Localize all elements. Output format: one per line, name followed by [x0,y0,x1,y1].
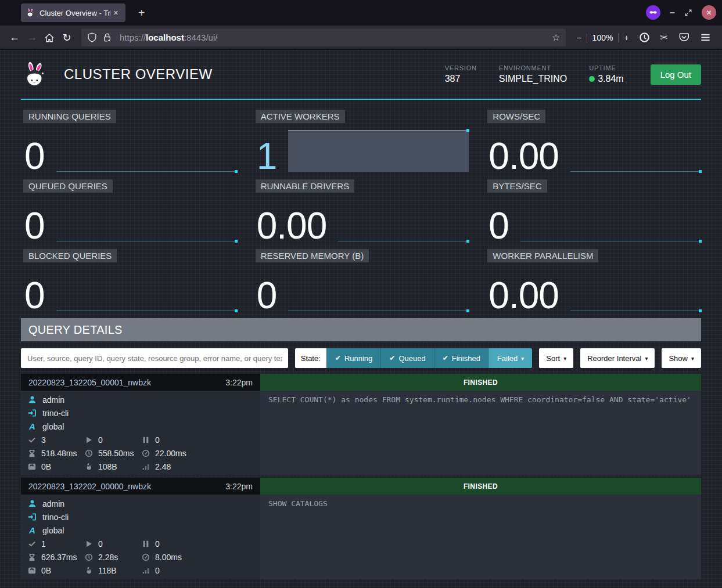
window-minimize-button[interactable]: – [670,8,675,18]
resource-group-icon: A [28,421,37,431]
sparkline [570,130,701,172]
url-scheme: https:// [120,33,146,42]
sparkline [56,130,237,172]
stat-label: ROWS/SEC [487,110,545,123]
back-button[interactable]: ← [6,31,23,44]
url-host: localhost [146,33,184,42]
sparkline [338,200,469,241]
logout-button[interactable]: Log Out [651,64,701,85]
zoom-out-button[interactable]: − [576,33,581,42]
filter-finished-button[interactable]: ✔Finished [434,348,488,368]
query-stats: 1 0 0 626.37ms 2.28s 8.00ms 0B 118B 0 [28,537,253,577]
query-state-badge: FINISHED [260,478,701,495]
query-id-bar: 20220823_132205_00001_nwbzk 3:22pm [21,374,260,391]
stat-label: BYTES/SEC [487,179,547,193]
window-close-button[interactable]: ✕ [702,5,716,20]
sparkline-dot [466,309,469,312]
cpu-time-gauge-icon [142,553,150,561]
stats-grid: RUNNING QUERIES 0 ACTIVE WORKERS 1 ROWS/… [21,107,701,313]
window-restore-icon[interactable] [684,9,692,17]
query-sql-text: SHOW CATALOGS [260,495,701,579]
state-filter-group: State: ✔Running ✔Queued ✔Finished Failed… [295,348,532,368]
caret-down-icon: ▾ [563,355,566,362]
stat-value: 0.00 [488,140,559,172]
user-icon [28,499,37,508]
show-dropdown[interactable]: Show▾ [662,348,701,368]
wall-time-hourglass-icon [28,553,36,561]
filter-running-button[interactable]: ✔Running [326,348,381,368]
stat-panel-reserved-memory: RESERVED MEMORY (B) 0 [253,247,469,313]
trino-cluster-overview-page: CLUSTER OVERVIEW VERSION 387 ENVIRONMENT… [0,50,722,588]
sparkline-dot [466,129,469,132]
lock-warning-icon[interactable] [102,33,112,42]
zoom-in-button[interactable]: + [624,33,628,42]
query-source: trino-cli [42,513,69,522]
query-resource-group: global [42,422,64,431]
url-bar[interactable]: https://localhost:8443/ui/ ☆ [81,28,566,46]
stat-label: ACTIVE WORKERS [256,110,345,123]
check-icon: ✔ [335,354,341,362]
query-sql-text: SELECT COUNT(*) as nodes FROM system.run… [260,391,701,475]
stat-panel-queued-queries: QUEUED QUERIES 0 [21,177,237,244]
browser-tab[interactable]: Cluster Overview - Trino ✕ [21,3,125,22]
stat-value: 0 [24,140,45,172]
cluster-meta: VERSION 387 ENVIRONMENT SIMPLE_TRINO UPT… [445,64,701,85]
sparkline-dot [466,240,469,243]
filter-failed-dropdown[interactable]: Failed▾ [488,348,532,368]
menu-hamburger-icon[interactable] [700,32,711,43]
reorder-interval-dropdown[interactable]: Reorder Interval▾ [580,348,655,368]
query-id-link[interactable]: 20220823_132202_00000_nwbzk [28,482,151,491]
app-header: CLUSTER OVERVIEW VERSION 387 ENVIRONMENT… [21,50,701,100]
query-user: admin [42,499,64,508]
sparkline [520,200,701,241]
sparkline-dot [235,170,238,173]
url-text: https://localhost:8443/ui/ [120,33,217,42]
stat-value: 0 [488,210,509,241]
query-search-input[interactable] [21,348,288,368]
history-clock-icon[interactable] [639,32,650,43]
query-id-link[interactable]: 20220823_132205_00001_nwbzk [28,378,151,387]
zoom-level[interactable]: 100% [592,33,613,42]
sparkline [288,130,469,172]
new-tab-button[interactable]: + [134,6,150,20]
check-icon: ✔ [389,354,395,362]
running-splits-play-icon [85,436,93,444]
screenshot-scissors-icon[interactable]: ✂ [660,32,668,43]
private-browsing-indicator [646,5,660,20]
reload-button[interactable]: ↻ [58,31,76,44]
page-title: CLUSTER OVERVIEW [64,66,213,82]
stat-panel-running-queries: RUNNING QUERIES 0 [21,107,237,174]
version-value: 387 [445,74,477,84]
caret-down-icon: ▾ [691,355,694,362]
current-memory-scale-icon [28,567,36,575]
trino-bunny-logo [21,60,49,89]
sparkline [288,269,469,311]
stat-panel-rows-sec: ROWS/SEC 0.00 [485,107,701,174]
bookmark-star-icon[interactable]: ☆ [552,32,560,43]
parallelism-chart-icon [142,567,150,575]
uptime-value: 3.84m [598,74,623,84]
tab-close-icon[interactable]: ✕ [111,8,121,18]
divider [587,33,587,42]
home-icon[interactable] [44,33,55,43]
filter-queued-button[interactable]: ✔Queued [380,348,433,368]
stat-label: RUNNING QUERIES [23,110,116,123]
tracking-shield-icon[interactable] [87,33,97,42]
zoom-controls: − 100% + [576,33,628,42]
sparkline-dot [235,240,238,243]
version-label: VERSION [445,64,477,71]
cumulative-memory-fire-icon [85,567,93,575]
stat-label: RUNNABLE DRIVERS [256,179,355,193]
stat-label: WORKER PARALLELISM [487,249,598,262]
parallelism-chart-icon [142,463,150,471]
forward-button[interactable]: → [23,31,41,44]
sparkline-dot [699,240,702,243]
stat-panel-active-workers: ACTIVE WORKERS 1 [253,107,469,174]
sort-dropdown[interactable]: Sort▾ [539,348,573,368]
stat-label: RESERVED MEMORY (B) [256,249,369,262]
query-state-badge: FINISHED [260,374,701,391]
tab-title: Cluster Overview - Trino [39,9,111,17]
uptime-label: UPTIME [589,64,623,71]
query-info: admin trino-cli Aglobal 3 0 0 518.48ms 5… [21,391,260,475]
pocket-icon[interactable] [678,32,689,43]
